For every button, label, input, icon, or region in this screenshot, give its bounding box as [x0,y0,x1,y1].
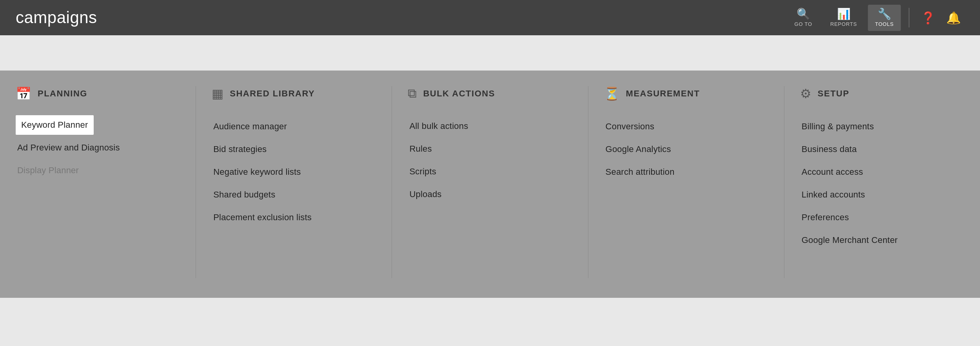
menu-item-setup-2[interactable]: Account access [800,161,964,183]
goto-label: GO TO [795,21,812,27]
column-header-shared_library: ▦SHARED LIBRARY [212,86,376,101]
menu-item-planning-2: Display Planner [16,159,180,182]
menu-column-shared_library: ▦SHARED LIBRARYAudience managerBid strat… [196,86,392,278]
menu-item-measurement-0[interactable]: Conversions [604,115,768,138]
tools-button[interactable]: 🔧 TOOLS [868,5,901,31]
menu-column-bulk_actions: ⧉BULK ACTIONSAll bulk actionsRulesScript… [392,86,588,278]
column-header-measurement: ⏳MEASUREMENT [604,86,768,101]
column-header-planning: 📅PLANNING [16,86,180,101]
menu-item-shared_library-1[interactable]: Bid strategies [212,138,376,161]
menu-item-measurement-2[interactable]: Search attribution [604,161,768,183]
help-icon: ❓ [921,11,935,25]
reports-label: REPORTS [830,21,857,27]
header-divider [909,8,909,27]
menu-column-planning: 📅PLANNINGKeyword PlannerAd Preview and D… [0,86,196,278]
menu-item-setup-3[interactable]: Linked accounts [800,183,964,206]
menu-item-shared_library-4[interactable]: Placement exclusion lists [212,206,376,229]
setup-header-label: SETUP [818,89,849,99]
menu-item-bulk_actions-0[interactable]: All bulk actions [408,115,572,138]
measurement-header-label: MEASUREMENT [626,89,700,99]
measurement-header-icon: ⏳ [604,86,620,101]
help-button[interactable]: ❓ [917,7,939,29]
menu-item-bulk_actions-1[interactable]: Rules [408,138,572,160]
menu-item-shared_library-2[interactable]: Negative keyword lists [212,161,376,183]
header: campaigns 🔍 GO TO 📊 REPORTS 🔧 TOOLS ❓ 🔔 [0,0,980,35]
tools-label: TOOLS [875,21,894,27]
menu-item-measurement-1[interactable]: Google Analytics [604,138,768,161]
reports-icon: 📊 [837,9,851,20]
page-title: campaigns [16,8,97,27]
planning-header-label: PLANNING [38,89,87,99]
tools-icon: 🔧 [878,9,891,20]
notifications-button[interactable]: 🔔 [943,7,964,29]
shared_library-header-label: SHARED LIBRARY [230,89,315,99]
dropdown-menu: 📅PLANNINGKeyword PlannerAd Preview and D… [0,71,980,298]
menu-item-setup-4[interactable]: Preferences [800,206,964,229]
goto-button[interactable]: 🔍 GO TO [788,5,819,31]
menu-column-measurement: ⏳MEASUREMENTConversionsGoogle AnalyticsS… [588,86,784,278]
menu-item-shared_library-0[interactable]: Audience manager [212,115,376,138]
search-icon: 🔍 [797,9,810,20]
menu-item-bulk_actions-3[interactable]: Uploads [408,183,572,206]
reports-button[interactable]: 📊 REPORTS [823,5,864,31]
bulk_actions-header-label: BULK ACTIONS [423,89,495,99]
column-header-setup: ⚙SETUP [800,86,964,101]
menu-column-setup: ⚙SETUPBilling & paymentsBusiness dataAcc… [784,86,980,278]
menu-item-shared_library-3[interactable]: Shared budgets [212,183,376,206]
menu-item-setup-1[interactable]: Business data [800,138,964,161]
menu-item-bulk_actions-2[interactable]: Scripts [408,160,572,183]
menu-item-setup-5[interactable]: Google Merchant Center [800,229,964,252]
bell-icon: 🔔 [946,11,961,25]
shared_library-header-icon: ▦ [212,86,223,101]
tools-dropdown: 📅PLANNINGKeyword PlannerAd Preview and D… [0,71,980,298]
menu-item-setup-0[interactable]: Billing & payments [800,115,964,138]
menu-item-planning-1[interactable]: Ad Preview and Diagnosis [16,136,180,159]
planning-header-icon: 📅 [16,86,31,101]
page-content: 📅PLANNINGKeyword PlannerAd Preview and D… [0,35,980,346]
header-icon-group: 🔍 GO TO 📊 REPORTS 🔧 TOOLS ❓ 🔔 [788,5,964,31]
setup-header-icon: ⚙ [800,86,811,101]
column-header-bulk_actions: ⧉BULK ACTIONS [408,86,572,101]
bulk_actions-header-icon: ⧉ [408,86,417,101]
menu-item-planning-0[interactable]: Keyword Planner [16,115,94,135]
